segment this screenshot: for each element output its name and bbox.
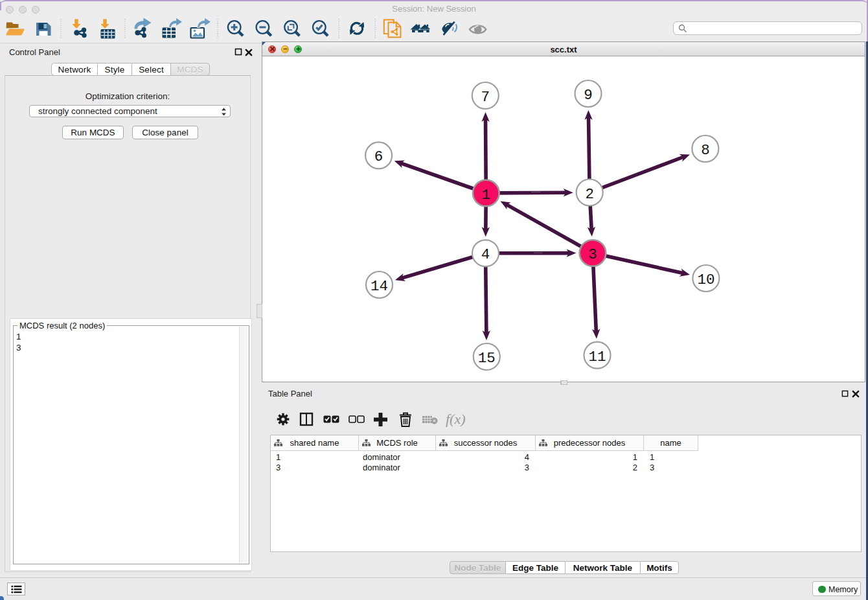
svg-text:14: 14 — [371, 278, 388, 295]
svg-text:11: 11 — [588, 349, 606, 365]
svg-text:3: 3 — [588, 246, 597, 263]
svg-text:8: 8 — [701, 142, 710, 159]
svg-text:9: 9 — [584, 87, 593, 104]
svg-text:4: 4 — [481, 246, 490, 263]
svg-text:2: 2 — [585, 186, 594, 203]
svg-text:15: 15 — [478, 350, 496, 367]
svg-text:10: 10 — [697, 271, 714, 288]
svg-text:7: 7 — [481, 89, 490, 106]
svg-text:1: 1 — [482, 187, 491, 203]
svg-text:6: 6 — [374, 148, 383, 165]
